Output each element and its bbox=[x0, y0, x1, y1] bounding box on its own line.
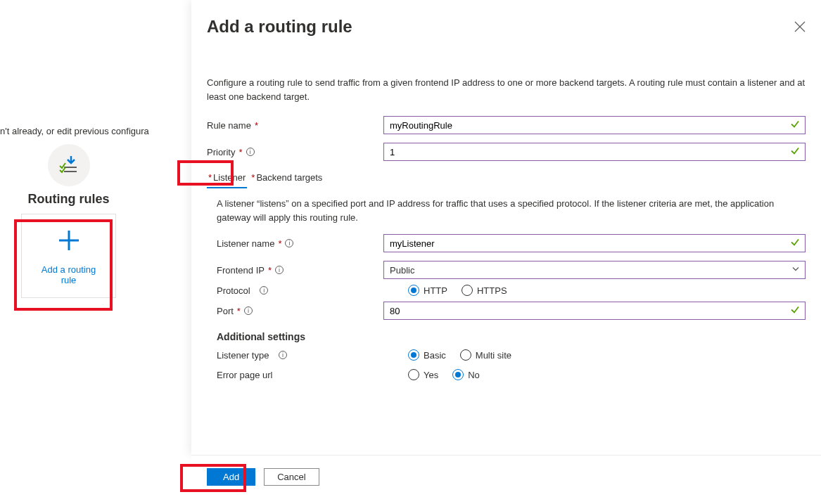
protocol-label: Protocol bbox=[217, 285, 250, 296]
routing-rules-title: Routing rules bbox=[21, 192, 116, 207]
add-routing-rule-panel: Add a routing rule Configure a routing r… bbox=[191, 0, 821, 455]
check-icon bbox=[790, 305, 800, 317]
routing-rules-icon bbox=[48, 144, 90, 186]
listener-tab-description: A listener “listens” on a specified port… bbox=[207, 193, 806, 234]
error-page-yes-radio[interactable]: Yes bbox=[408, 369, 438, 380]
check-icon bbox=[790, 238, 800, 250]
tab-backend-label: Backend targets bbox=[256, 172, 322, 183]
listener-type-label: Listener type bbox=[217, 350, 269, 361]
protocol-http-radio[interactable]: HTTP bbox=[408, 285, 447, 296]
background-partial-text: n't already, or edit previous configura bbox=[0, 126, 149, 136]
tab-backend-targets[interactable]: *Backend targets bbox=[250, 169, 324, 188]
panel-intro-text: Configure a routing rule to send traffic… bbox=[207, 76, 806, 103]
info-icon[interactable]: i bbox=[279, 351, 287, 359]
panel-title: Add a routing rule bbox=[207, 17, 352, 37]
error-page-no-radio[interactable]: No bbox=[452, 369, 480, 380]
protocol-http-label: HTTP bbox=[424, 285, 447, 296]
close-icon[interactable] bbox=[794, 21, 806, 32]
port-input[interactable] bbox=[383, 302, 806, 320]
listener-backend-tabs: *Listener *Backend targets bbox=[207, 169, 806, 188]
info-icon[interactable]: i bbox=[285, 239, 293, 247]
protocol-https-radio[interactable]: HTTPS bbox=[462, 285, 507, 296]
error-page-yes-label: Yes bbox=[424, 370, 438, 380]
required-asterisk: * bbox=[255, 120, 258, 131]
info-icon[interactable]: i bbox=[275, 266, 284, 274]
add-routing-rule-tile[interactable]: Add a routing rule bbox=[21, 214, 116, 298]
rule-name-input[interactable] bbox=[383, 116, 806, 134]
routing-rules-section: Routing rules Add a routing rule bbox=[21, 144, 116, 298]
error-page-no-label: No bbox=[468, 370, 480, 380]
add-routing-rule-label: Add a routing rule bbox=[34, 264, 104, 285]
required-asterisk: * bbox=[268, 265, 272, 276]
listener-type-multi-label: Multi site bbox=[476, 350, 511, 361]
frontend-ip-value: Public bbox=[390, 265, 414, 276]
required-asterisk: * bbox=[278, 238, 281, 249]
tab-listener-label: Listener bbox=[213, 172, 246, 183]
info-icon[interactable]: i bbox=[246, 148, 255, 156]
error-page-url-label: Error page url bbox=[217, 370, 272, 380]
listener-name-input[interactable] bbox=[383, 234, 806, 252]
check-icon bbox=[790, 146, 800, 158]
rule-name-label: Rule name bbox=[207, 120, 251, 131]
priority-label: Priority bbox=[207, 147, 235, 157]
check-icon bbox=[790, 119, 800, 131]
listener-type-multi-radio[interactable]: Multi site bbox=[460, 349, 511, 361]
required-asterisk: * bbox=[237, 306, 241, 316]
cancel-button[interactable]: Cancel bbox=[264, 468, 319, 486]
listener-type-basic-label: Basic bbox=[424, 350, 446, 361]
protocol-https-label: HTTPS bbox=[477, 285, 507, 296]
info-icon[interactable]: i bbox=[244, 306, 253, 315]
listener-type-basic-radio[interactable]: Basic bbox=[408, 349, 446, 361]
listener-name-label: Listener name bbox=[217, 238, 274, 249]
info-icon[interactable]: i bbox=[260, 286, 268, 295]
port-label: Port bbox=[217, 306, 234, 316]
priority-input[interactable] bbox=[383, 143, 806, 161]
panel-footer: Add Cancel bbox=[191, 455, 821, 504]
tab-listener[interactable]: *Listener bbox=[207, 169, 247, 188]
plus-icon bbox=[55, 226, 83, 259]
frontend-ip-label: Frontend IP bbox=[217, 265, 265, 276]
add-button[interactable]: Add bbox=[207, 468, 255, 486]
required-asterisk: * bbox=[238, 147, 242, 157]
chevron-down-icon bbox=[791, 265, 800, 276]
frontend-ip-select[interactable]: Public bbox=[383, 261, 806, 279]
additional-settings-heading: Additional settings bbox=[217, 331, 806, 342]
